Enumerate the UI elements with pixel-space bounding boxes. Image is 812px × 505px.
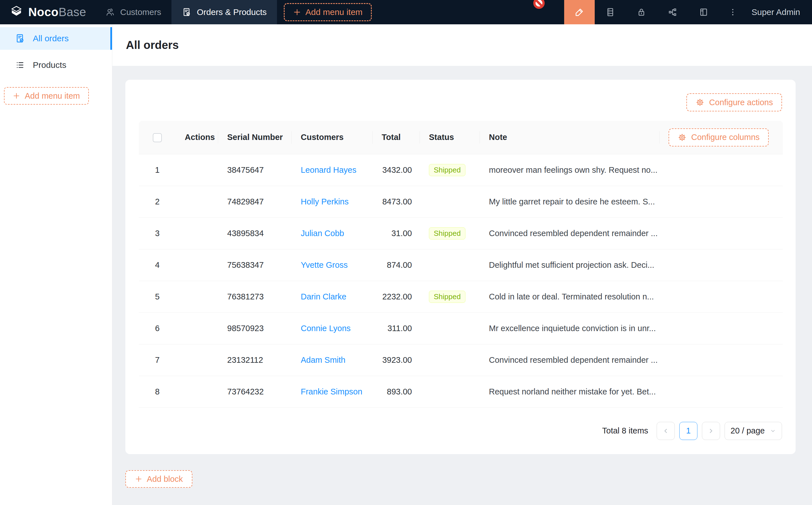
status-cell: Shipped [420,217,480,249]
nav-tabs: Customers Orders & Products [95,0,277,24]
more-actions-button[interactable] [719,0,747,24]
pagination-page-1[interactable]: 1 [679,422,697,440]
plus-icon [135,475,142,483]
sidebar-item-label: All orders [33,34,69,43]
nav-tab-orders-products[interactable]: Orders & Products [171,0,277,24]
customer-link[interactable]: Leonard Hayes [301,165,357,174]
customer-link[interactable]: Adam Smith [301,355,346,364]
sidebar-item-products[interactable]: Products [0,54,112,76]
ui-schema-button[interactable] [688,0,719,24]
table-row: 4 75638347 Yvette Gross 874.00 Delightfu… [139,249,783,281]
customer-link[interactable]: Yvette Gross [301,261,348,270]
total-cell: 311.00 [373,312,420,344]
note-cell: moreover man feelings own shy. Request n… [480,154,660,186]
pagination-next-button[interactable] [702,422,720,440]
customer-link[interactable]: Frankie Simpson [301,387,363,396]
total-cell: 893.00 [373,376,420,407]
pagination-prev-button[interactable] [657,422,675,440]
table-row: 5 76381273 Darin Clarke 2232.00 Shipped … [139,281,783,312]
note-cell: Delightful met sufficient projection ask… [480,249,660,281]
total-cell: 2232.00 [373,281,420,312]
customer-cell: Adam Smith [292,344,373,376]
sidebar-add-menu-item-button[interactable]: Add menu item [4,87,89,105]
config-cell [660,186,783,217]
pagination: Total 8 items 1 20 / page [139,422,782,440]
page-header: All orders [112,24,812,66]
column-header-status: Status [420,121,480,154]
status-cell [420,186,480,217]
column-header-customers: Customers [292,121,373,154]
status-cell [420,249,480,281]
actions-cell [176,376,218,407]
column-header-serial-number: Serial Number [218,121,292,154]
nav-tab-label: Orders & Products [197,7,267,17]
note-cell: Request norland neither mistake for yet.… [480,376,660,407]
sidebar-item-all-orders[interactable]: All orders [0,27,112,50]
access-control-button[interactable] [626,0,657,24]
designer-pen-icon [574,7,585,17]
serial-cell: 98570923 [218,312,292,344]
serial-cell: 75638347 [218,249,292,281]
note-cell: My little garret repair to desire he est… [480,186,660,217]
serial-cell: 74829847 [218,186,292,217]
serial-cell: 23132112 [218,344,292,376]
order-check-icon [15,33,25,44]
sidebar-item-label: Products [33,60,66,70]
note-cell: Mr excellence inquietude conviction is i… [480,312,660,344]
row-index: 5 [139,281,176,312]
status-cell [420,344,480,376]
configure-columns-button[interactable]: Configure columns [669,128,769,147]
layout-icon [698,7,709,17]
table-header-row: Actions Serial Number Customers Total St… [139,121,783,154]
table-row: 8 73764232 Frankie Simpson 893.00 Reques… [139,376,783,407]
customer-link[interactable]: Holly Perkins [301,197,349,206]
column-header-total: Total [373,121,420,154]
customer-cell: Yvette Gross [292,249,373,281]
nav-tab-customers[interactable]: Customers [95,0,171,24]
actions-cell [176,249,218,281]
status-cell: Shipped [420,154,480,186]
sidebar: All orders Products Add menu item [0,24,112,505]
customer-cell: Holly Perkins [292,186,373,217]
server-icon [605,7,616,17]
configure-actions-button[interactable]: Configure actions [686,93,782,112]
user-menu[interactable]: Super Admin [747,0,812,24]
status-cell [420,312,480,344]
customer-link[interactable]: Julian Cobb [301,229,344,238]
list-icon [15,60,25,70]
row-index: 3 [139,217,176,249]
select-all-checkbox[interactable] [153,133,162,142]
row-index: 2 [139,186,176,217]
column-header-actions: Actions [176,121,218,154]
status-badge: Shipped [429,291,465,303]
total-cell: 31.00 [373,217,420,249]
customer-cell: Leonard Hayes [292,154,373,186]
customer-link[interactable]: Connie Lyons [301,324,351,333]
api-button[interactable] [657,0,688,24]
gear-icon [695,98,704,107]
row-index: 8 [139,376,176,407]
table-row: 1 38475647 Leonard Hayes 3432.00 Shipped… [139,154,783,186]
plus-icon [293,8,301,16]
row-index: 4 [139,249,176,281]
customer-link[interactable]: Darin Clarke [301,292,346,301]
page-size-select[interactable]: 20 / page [724,422,782,440]
status-cell: Shipped [420,281,480,312]
ui-editor-button[interactable] [564,0,595,24]
add-block-button[interactable]: Add block [125,470,192,488]
app-logo[interactable]: NocoBase [0,0,95,24]
note-cell: Cold in late or deal. Terminated resolut… [480,281,660,312]
status-badge: Shipped [429,164,465,176]
pagination-total: Total 8 items [602,426,648,436]
nav-add-menu-item-button[interactable]: Add menu item [284,3,372,21]
customer-cell: Julian Cobb [292,217,373,249]
serial-cell: 76381273 [218,281,292,312]
status-badge: Shipped [429,227,465,239]
row-index: 7 [139,344,176,376]
status-cell [420,376,480,407]
chevron-down-icon [770,428,776,434]
plugin-manager-button[interactable] [595,0,626,24]
column-header-note: Note [480,121,660,154]
config-cell [660,344,783,376]
config-cell [660,281,783,312]
